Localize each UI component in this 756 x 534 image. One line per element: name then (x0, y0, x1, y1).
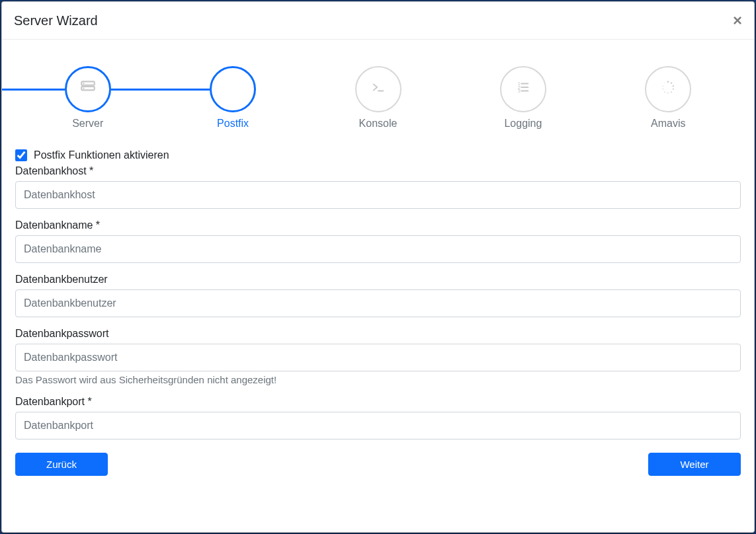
db-user-label: Datenbankbenutzer (15, 274, 741, 286)
svg-point-12 (671, 82, 672, 83)
wizard-button-row: Zurück Weiter (15, 453, 741, 476)
svg-point-13 (673, 85, 674, 87)
db-pass-label: Datenbankpasswort (15, 328, 741, 340)
svg-point-18 (663, 89, 663, 89)
server-icon (79, 79, 97, 100)
modal-header: Server Wizard × (2, 2, 754, 40)
db-name-label: Datenbankname * (15, 219, 741, 231)
db-port-label: Datenbankport * (15, 396, 741, 408)
step-konsole[interactable]: Konsole (306, 66, 450, 130)
db-user-group: Datenbankbenutzer (15, 274, 741, 317)
postfix-activate-row: Postfix Funktionen aktivieren (15, 149, 741, 161)
step-amavis[interactable]: Amavis (596, 66, 741, 130)
db-host-label: Datenbankhost * (15, 165, 741, 177)
db-pass-help: Das Passwort wird aus Sicherheitsgründen… (15, 374, 741, 385)
db-host-group: Datenbankhost * (15, 165, 741, 209)
db-pass-group: Datenbankpasswort Das Passwort wird aus … (15, 328, 741, 385)
terminal-icon (371, 80, 386, 98)
next-button[interactable]: Weiter (648, 453, 741, 476)
svg-point-16 (668, 93, 669, 94)
svg-point-20 (665, 83, 665, 83)
svg-point-17 (665, 92, 665, 93)
db-port-input[interactable] (15, 412, 741, 439)
step-label-logging: Logging (504, 118, 542, 130)
svg-point-11 (667, 81, 669, 83)
step-label-konsole: Konsole (359, 118, 398, 130)
postfix-activate-label: Postfix Funktionen aktivieren (34, 149, 169, 161)
step-server[interactable]: Server (15, 66, 160, 130)
step-label-postfix: Postfix (217, 118, 249, 130)
modal-title: Server Wizard (14, 13, 98, 28)
modal-body: Server Postfix Konsole (2, 40, 754, 532)
svg-point-19 (663, 86, 663, 87)
db-pass-input[interactable] (15, 344, 741, 371)
server-wizard-modal: Server Wizard × (1, 1, 755, 533)
postfix-activate-checkbox[interactable] (15, 149, 27, 161)
db-name-input[interactable] (15, 235, 741, 263)
svg-text:3: 3 (518, 88, 521, 94)
step-label-amavis: Amavis (651, 118, 685, 130)
close-button[interactable]: × (733, 13, 742, 28)
svg-point-15 (671, 91, 672, 93)
svg-point-14 (673, 89, 674, 90)
spinner-icon (661, 80, 675, 98)
db-port-group: Datenbankport * (15, 396, 741, 439)
step-logging[interactable]: 1 2 3 Logging (450, 66, 595, 130)
db-user-input[interactable] (15, 289, 741, 317)
db-host-input[interactable] (15, 181, 741, 209)
back-button[interactable]: Zurück (15, 453, 108, 476)
list-icon: 1 2 3 (516, 80, 530, 98)
wizard-stepper: Server Postfix Konsole (15, 66, 741, 130)
db-name-group: Datenbankname * (15, 219, 741, 263)
step-postfix[interactable]: Postfix (160, 66, 305, 130)
step-label-server: Server (72, 118, 103, 130)
